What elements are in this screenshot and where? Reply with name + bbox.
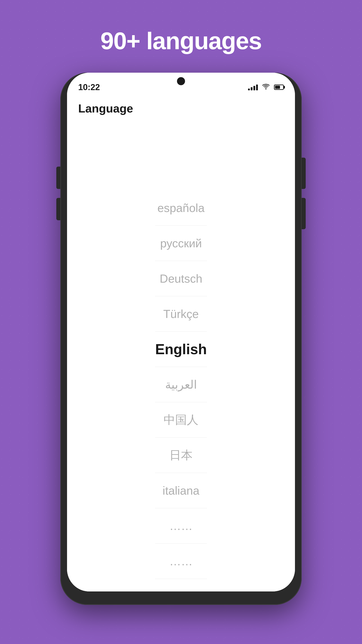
language-picker[interactable]: españolaрусскийDeutschTürkçeEnglishالعرب… xyxy=(67,120,295,592)
language-item-extra2[interactable]: …… xyxy=(155,544,207,579)
signal-bar-4 xyxy=(256,84,258,90)
volume-up-button xyxy=(56,166,60,189)
language-label-russian: русский xyxy=(160,236,202,250)
battery-icon xyxy=(274,84,284,90)
language-item-japanese[interactable]: 日本 xyxy=(155,438,207,473)
language-item-turkce[interactable]: Türkçe xyxy=(155,296,207,332)
language-label-extra2: …… xyxy=(169,554,193,568)
language-label-extra1: …… xyxy=(169,519,193,533)
picker-list: españolaрусскийDeutschTürkçeEnglishالعرب… xyxy=(67,120,295,592)
wifi-icon xyxy=(262,84,270,91)
language-item-espanola[interactable]: española xyxy=(155,190,207,226)
language-item-english[interactable]: English xyxy=(155,332,207,367)
language-item-italiana[interactable]: italiana xyxy=(155,473,207,508)
language-item-arabic[interactable]: العربية xyxy=(155,367,207,402)
language-item-russian[interactable]: русский xyxy=(155,226,207,261)
signal-bar-1 xyxy=(248,88,250,90)
language-label-italiana: italiana xyxy=(163,484,200,497)
volume-down-button xyxy=(56,198,60,220)
phone-frame: 10:22 xyxy=(60,73,302,605)
signal-bar-2 xyxy=(251,87,253,90)
battery-fill xyxy=(275,86,280,89)
camera-notch xyxy=(177,77,185,85)
app-header: Language xyxy=(67,95,295,120)
language-label-espanola: española xyxy=(157,201,204,215)
language-label-english: English xyxy=(155,341,207,358)
signal-icon xyxy=(248,84,258,90)
status-time: 10:22 xyxy=(78,82,100,92)
language-label-chinese: 中国人 xyxy=(164,412,198,428)
phone-screen: 10:22 xyxy=(67,73,295,592)
app-title: Language xyxy=(78,102,133,115)
status-icons xyxy=(248,84,284,91)
language-label-japanese: 日本 xyxy=(169,448,193,463)
signal-bar-3 xyxy=(253,86,255,90)
language-label-deutsch: Deutsch xyxy=(160,272,202,285)
language-label-turkce: Türkçe xyxy=(163,307,199,321)
page-headline: 90+ languages xyxy=(100,27,261,55)
language-item-deutsch[interactable]: Deutsch xyxy=(155,261,207,296)
language-label-arabic: العربية xyxy=(165,378,197,391)
language-item-extra1[interactable]: …… xyxy=(155,508,207,544)
language-item-chinese[interactable]: 中国人 xyxy=(155,402,207,438)
